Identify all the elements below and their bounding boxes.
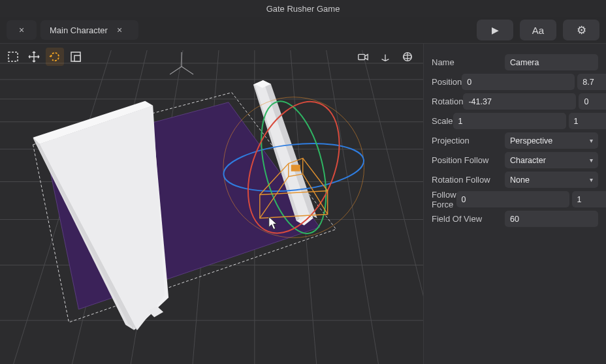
- camera-icon: [357, 51, 369, 63]
- scene-viewport[interactable]: [0, 44, 423, 364]
- close-icon[interactable]: ×: [117, 25, 122, 35]
- rotation-y-field[interactable]: [579, 93, 606, 110]
- gear-icon: ⚙: [577, 23, 586, 37]
- scale-label: Scale: [432, 116, 453, 126]
- scale-x-field[interactable]: [453, 113, 566, 129]
- rotation-follow-select[interactable]: None: [505, 172, 598, 188]
- svg-line-22: [362, 50, 423, 364]
- tool-scale[interactable]: [67, 48, 85, 66]
- svg-rect-2: [74, 55, 80, 61]
- name-field[interactable]: [505, 54, 598, 70]
- fov-field[interactable]: [505, 211, 598, 227]
- close-icon[interactable]: ×: [19, 25, 24, 35]
- viewport-tools-left: [4, 48, 85, 66]
- svg-line-21: [327, 50, 379, 364]
- svg-line-43: [182, 67, 193, 74]
- globe-icon: [402, 51, 413, 63]
- scale-icon: [69, 50, 82, 63]
- play-button[interactable]: ▶: [477, 20, 513, 40]
- tool-rotate[interactable]: [46, 48, 64, 66]
- position-y-field[interactable]: [577, 74, 606, 90]
- tool-select[interactable]: [4, 48, 22, 66]
- tool-axes[interactable]: [376, 48, 394, 66]
- tab-bar: × Main Character ×: [7, 20, 142, 40]
- tool-move[interactable]: [25, 48, 43, 66]
- rotate-icon: [48, 50, 61, 63]
- position-follow-label: Position Follow: [432, 155, 505, 165]
- position-x-field[interactable]: [462, 74, 575, 90]
- move-icon: [27, 50, 40, 63]
- title-bar: Gate Rusher Game: [0, 0, 606, 17]
- viewport-tools-right: [354, 48, 417, 66]
- svg-rect-54: [291, 165, 300, 172]
- follow-force-y-field[interactable]: [572, 191, 606, 207]
- tool-globe[interactable]: [398, 48, 417, 66]
- scale-y-field[interactable]: [569, 113, 606, 129]
- scene-canvas: [0, 44, 423, 364]
- play-icon: ▶: [492, 25, 499, 35]
- inspector-panel: Name Position Rotation Scale: [423, 44, 606, 364]
- select-box-icon: [7, 50, 20, 63]
- projection-label: Projection: [432, 136, 505, 145]
- position-follow-select[interactable]: Character: [505, 152, 598, 168]
- tab-empty[interactable]: ×: [7, 20, 37, 40]
- font-icon: Aa: [532, 25, 544, 36]
- tool-camera[interactable]: [354, 48, 372, 66]
- top-toolbar: × Main Character × ▶ Aa ⚙: [0, 17, 606, 43]
- axes-icon: [379, 51, 391, 63]
- svg-rect-0: [8, 52, 18, 61]
- rotation-x-field[interactable]: [463, 93, 576, 110]
- settings-button[interactable]: ⚙: [563, 20, 599, 40]
- position-label: Position: [432, 77, 462, 87]
- rotation-label: Rotation: [432, 97, 463, 106]
- app-title: Gate Rusher Game: [266, 4, 340, 14]
- follow-force-x-field[interactable]: [456, 191, 569, 207]
- projection-select[interactable]: Perspective: [505, 132, 598, 149]
- name-label: Name: [432, 57, 505, 67]
- rotation-follow-label: Rotation Follow: [432, 175, 505, 185]
- tab-label: Main Character: [50, 25, 108, 35]
- tab-main-character[interactable]: Main Character ×: [40, 20, 138, 40]
- fov-label: Field Of View: [432, 214, 505, 224]
- font-button[interactable]: Aa: [520, 20, 556, 40]
- svg-rect-3: [359, 54, 365, 59]
- follow-force-label: Follow Force: [432, 190, 456, 209]
